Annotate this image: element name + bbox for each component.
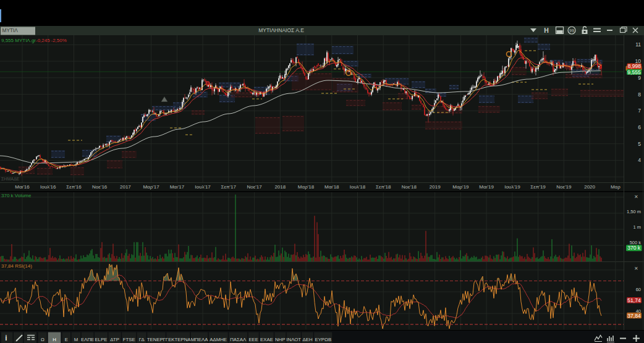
- svg-text:Μαρ'18: Μαρ'18: [298, 184, 315, 190]
- svg-text:ΣΗΜΑΔΕ: ΣΗΜΑΔΕ: [1, 177, 20, 181]
- svg-text:Σεπ'16: Σεπ'16: [66, 184, 82, 190]
- svg-text:Ιουλ'19: Ιουλ'19: [504, 184, 520, 190]
- svg-text:Ιουλ'17: Ιουλ'17: [195, 184, 211, 190]
- svg-text:37,84: 37,84: [627, 313, 641, 319]
- svg-text:Η: Η: [53, 337, 56, 342]
- svg-text:Μαι'18: Μαι'18: [324, 184, 339, 190]
- svg-text:4: 4: [638, 157, 641, 163]
- svg-text:Μαρ'19: Μαρ'19: [452, 184, 469, 190]
- svg-text:37,84 RSI(14): 37,84 RSI(14): [1, 263, 32, 269]
- svg-text:9,555 ΜΥΤΙΛ.gr: 9,555 ΜΥΤΙΛ.gr: [1, 38, 36, 43]
- svg-text:370 k: 370 k: [627, 245, 641, 251]
- svg-text:Σεπ'17: Σεπ'17: [221, 184, 237, 190]
- svg-text:-0,245: -0,245: [36, 38, 50, 43]
- svg-text:2020: 2020: [584, 184, 595, 190]
- svg-text:Μαρ'17: Μαρ'17: [143, 184, 159, 190]
- svg-text:2019: 2019: [430, 184, 441, 190]
- svg-text:Νοε'17: Νοε'17: [247, 184, 262, 190]
- svg-text:FTSE: FTSE: [123, 337, 135, 342]
- svg-text:9,555: 9,555: [627, 69, 641, 75]
- svg-text:Σεπ'18: Σεπ'18: [376, 184, 391, 190]
- svg-text:Νοε'19: Νοε'19: [556, 184, 572, 190]
- svg-text:ELPE: ELPE: [95, 337, 107, 342]
- svg-text:Μαι'17: Μαι'17: [170, 184, 185, 190]
- svg-text:1 m: 1 m: [633, 224, 641, 230]
- svg-text:370 k Volume: 370 k Volume: [1, 193, 32, 198]
- svg-text:ΠΑΣΑΛ: ΠΑΣΑΛ: [230, 337, 247, 342]
- svg-text:ΓΔ: ΓΔ: [139, 337, 145, 342]
- svg-text:ΔΤΡ: ΔΤΡ: [110, 337, 119, 342]
- svg-text:i: i: [5, 334, 7, 342]
- svg-text:ΑΔΜΗΕ: ΑΔΜΗΕ: [210, 337, 227, 342]
- svg-text:99: 99: [569, 28, 574, 33]
- svg-text:Ιουλ'16: Ιουλ'16: [40, 184, 56, 190]
- svg-text:-2,50%: -2,50%: [51, 38, 67, 43]
- svg-text:11: 11: [635, 41, 641, 48]
- svg-text:6: 6: [638, 124, 641, 130]
- svg-text:2018: 2018: [274, 184, 286, 190]
- svg-text:✕: ✕: [634, 266, 638, 271]
- svg-text:ΙΝΛΟΤ: ΙΝΛΟΤ: [286, 337, 301, 342]
- svg-text:ΝΗΡ: ΝΗΡ: [275, 337, 285, 342]
- svg-text:9: 9: [638, 75, 641, 81]
- svg-text:ΕΥΡΩΒ: ΕΥΡΩΒ: [315, 337, 331, 342]
- svg-text:Μαι'19: Μαι'19: [479, 184, 494, 190]
- svg-text:ΕΧΑΕ: ΕΧΑΕ: [260, 337, 273, 342]
- svg-text:ΕΕΕ: ΕΕΕ: [248, 337, 258, 342]
- svg-text:ΤΕΝΕΡΓ: ΤΕΝΕΡΓ: [147, 337, 166, 342]
- svg-text:Μ: Μ: [74, 337, 78, 342]
- svg-text:8: 8: [638, 91, 641, 98]
- svg-text:Ε: Ε: [65, 337, 68, 342]
- svg-text:ΜΥΤΙΛ: ΜΥΤΙΛ: [2, 27, 19, 33]
- svg-text:ΔΕΗ: ΔΕΗ: [302, 337, 312, 342]
- svg-text:ΕΛΠΕ: ΕΛΠΕ: [81, 337, 94, 342]
- svg-text:ΜΠΕΛΑ: ΜΠΕΛΑ: [191, 337, 209, 342]
- svg-text:ΓΕΚΤΕΡΝΑ: ΓΕΚΤΕΡΝΑ: [166, 337, 191, 342]
- svg-text:1,50 m: 1,50 m: [627, 209, 641, 214]
- svg-text:Ω: Ω: [41, 337, 44, 342]
- svg-text:Νοε'16: Νοε'16: [92, 184, 108, 190]
- svg-text:2017: 2017: [120, 184, 131, 190]
- svg-text:Σεπ'19: Σεπ'19: [530, 184, 546, 190]
- svg-text:60: 60: [636, 287, 641, 292]
- svg-text:7: 7: [638, 108, 641, 114]
- svg-text:✕: ✕: [634, 194, 638, 200]
- svg-text:ΜΥΤΙΛΗΝΑΙΟΣ Α.Ε: ΜΥΤΙΛΗΝΑΙΟΣ Α.Ε: [258, 27, 304, 33]
- svg-text:H: H: [544, 27, 549, 34]
- svg-text:5: 5: [638, 141, 641, 147]
- svg-text:Μαι'16: Μαι'16: [15, 184, 30, 190]
- svg-text:Μαρ: Μαρ: [611, 184, 621, 190]
- svg-text:51,74: 51,74: [627, 297, 641, 303]
- svg-text:Ιουλ'18: Ιουλ'18: [350, 184, 366, 190]
- svg-text:Νοε'18: Νοε'18: [402, 184, 417, 190]
